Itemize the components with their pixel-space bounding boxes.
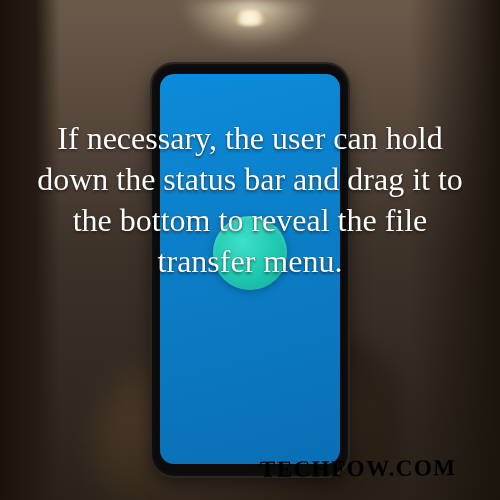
overlay-caption: If necessary, the user can hold down the… [28, 118, 472, 282]
ceiling-light-icon [232, 10, 268, 26]
phone-status-bar[interactable] [160, 74, 340, 90]
scene-root: If necessary, the user can hold down the… [0, 0, 500, 500]
watermark-text: TECHFOW.COM [259, 455, 456, 483]
